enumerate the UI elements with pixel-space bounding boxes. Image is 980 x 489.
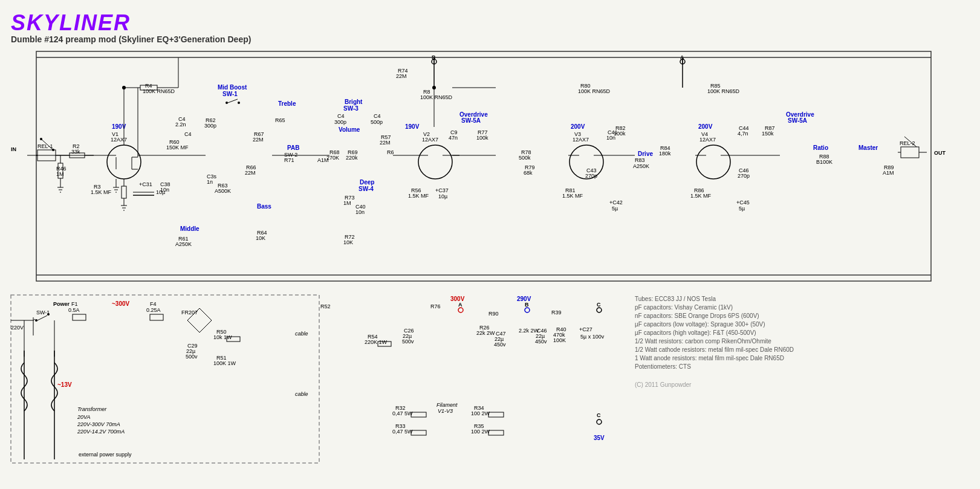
c46-value: 270p	[738, 173, 750, 179]
r40-100k: 100K	[553, 337, 566, 343]
c26-unit: 500v	[402, 338, 414, 345]
r87-value: 150k	[762, 131, 774, 137]
svg-point-39	[226, 102, 228, 104]
notes-line3: nF capacitors: SBE Orange Drops 6PS (600…	[635, 313, 759, 319]
c-point-label: C	[597, 302, 601, 308]
r77-value: 100k	[476, 135, 488, 141]
notes-line5: µF capacitors (high voltage): F&T (450-5…	[635, 329, 756, 336]
a-300v-point: A	[458, 302, 462, 308]
r51-value: 100K 1W	[213, 360, 236, 366]
r79-value: 68k	[524, 170, 533, 176]
pab-label: PAB	[287, 144, 299, 151]
treble-label: Treble	[278, 100, 296, 107]
r62-value: 300p	[204, 123, 216, 129]
r82-value: 100k	[614, 131, 626, 137]
r32-value: 0,47 5W	[392, 410, 413, 416]
svg-point-40	[238, 102, 240, 104]
c47-unit: 450v	[494, 342, 506, 348]
r3-value: 1.5K MF	[91, 189, 112, 195]
c37-label: +C37	[435, 187, 449, 193]
schematic-container: SKYLINER Dumble #124 preamp mod (Skyline…	[0, 0, 980, 489]
f4-label: F4	[150, 301, 157, 307]
power-label: Power	[53, 301, 70, 307]
filament-tubes: V1-V3	[438, 408, 453, 414]
notes-line2: pF capacitors: Vishay Ceramic (1kV)	[635, 304, 733, 311]
r88-value: B100K	[816, 159, 832, 165]
svg-point-103	[122, 86, 126, 89]
c44-value: 4,7n	[738, 131, 748, 137]
r89-value: A1M	[883, 170, 894, 176]
c38-value: 10n	[160, 187, 169, 193]
svg-point-6	[40, 138, 42, 140]
r84-value: 180k	[659, 151, 671, 157]
b-290v-label: 290V	[517, 296, 531, 302]
c45-value: 5µ	[739, 206, 745, 212]
filament-label: Filament	[436, 402, 458, 408]
v4-type: 12AX7	[699, 137, 716, 143]
external-power-label: external power supply	[79, 452, 132, 458]
v3-type: 12AX7	[573, 137, 589, 143]
c27-value: 5µ x 100v	[580, 334, 605, 340]
in-label: IN	[11, 146, 16, 152]
mid-boost-sw: SW-1	[222, 91, 238, 97]
c29-unit: 500v	[186, 354, 198, 360]
bright-label: Bright	[345, 99, 363, 105]
voltage-300-label: ~300V	[112, 300, 130, 307]
notes-line9: Potentiometers: CTS	[635, 363, 691, 370]
r76-label: R76	[430, 303, 441, 309]
c4-500p-label: C4	[374, 113, 381, 119]
transformer-spec3: 220V-14.2V 700mA	[77, 429, 125, 435]
r6-label: R6	[387, 149, 394, 155]
r52-label: R52	[320, 303, 331, 309]
c37-value: 10µ	[438, 193, 447, 199]
cable-2-label: cable	[295, 391, 308, 397]
overdrive-1-sw: SW-5A	[461, 117, 481, 124]
200v-1-label: 200V	[571, 123, 585, 130]
copyright-text: (C) 2011 Gunpowder	[635, 381, 692, 388]
r69-value: 220k	[346, 155, 358, 161]
c42-label: +C42	[609, 199, 623, 206]
volume-label: Volume	[339, 126, 360, 133]
bright-sw: SW-3	[343, 105, 359, 112]
ratio-label: Ratio	[813, 144, 828, 151]
r85-value: 100K RN65D	[707, 88, 740, 94]
r2-value: 33k	[71, 149, 80, 155]
200v-2-label: 200V	[698, 123, 713, 130]
c42-value: 5µ	[612, 206, 618, 212]
voltage-13-label: ~13V	[57, 381, 72, 388]
middle-label: Middle	[180, 225, 200, 232]
transformer-spec1: 20VA	[77, 414, 91, 420]
f1-label: F1	[71, 301, 78, 307]
svg-point-97	[47, 313, 50, 316]
a-300v-label: 300V	[450, 296, 465, 302]
r60-value: 150K MF	[166, 144, 189, 151]
c43-value: 270p	[585, 173, 597, 179]
rel1-label: REL-1	[37, 143, 53, 149]
r61-value: A250K	[175, 241, 192, 247]
r33-value: 0,47 5W	[392, 429, 413, 435]
c31-label: +C31	[139, 181, 152, 187]
out-label: OUT	[934, 150, 946, 156]
drive-label: Drive	[638, 151, 653, 157]
master-label: Master	[858, 144, 878, 151]
svg-point-104	[432, 86, 436, 89]
r73-value: 1M	[343, 200, 351, 206]
svg-rect-0	[0, 0, 980, 489]
bass-label: Bass	[257, 203, 271, 210]
r65-label: R65	[275, 117, 285, 123]
r63-value: A500K	[215, 188, 231, 194]
r64-value: 10K	[256, 235, 265, 241]
svg-point-7	[52, 149, 54, 151]
r81-value: 1.5K MF	[562, 193, 583, 199]
deep-label: Deep	[360, 179, 374, 186]
c4-500p-value: 500p	[371, 119, 383, 125]
c4b-label: C4	[184, 131, 192, 137]
voltage-220-label: 220V	[11, 325, 24, 331]
r35-value: 100 2W	[471, 429, 490, 435]
190v-2-label: 190V	[405, 123, 420, 130]
f1-value: 0.5A	[68, 307, 80, 313]
v1-type: 12AX7	[111, 137, 127, 143]
r67-value: 22M	[253, 137, 264, 143]
mid-boost-label: Mid Boost	[218, 84, 247, 91]
r34-value: 100 2W	[471, 410, 490, 416]
